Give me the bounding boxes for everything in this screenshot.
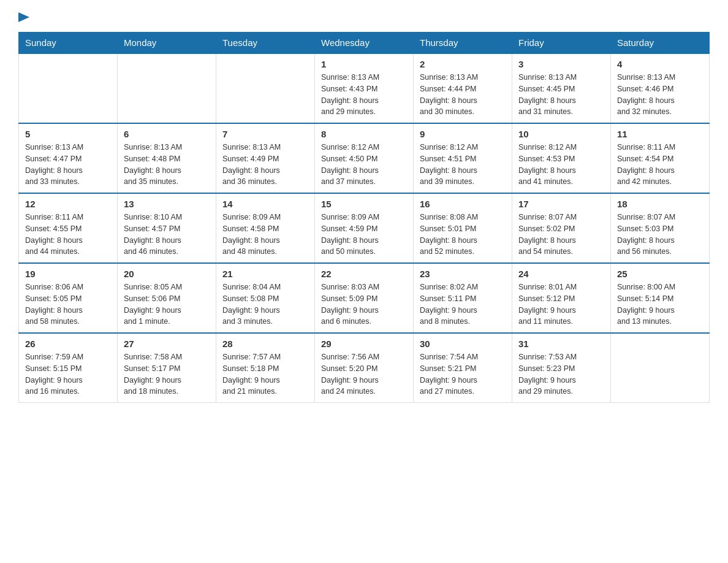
calendar-cell: [611, 333, 710, 403]
day-number: 24: [518, 269, 604, 279]
day-info: Sunrise: 8:02 AMSunset: 5:11 PMDaylight:…: [420, 282, 506, 327]
calendar-cell: 24Sunrise: 8:01 AMSunset: 5:12 PMDayligh…: [512, 263, 611, 333]
calendar-cell: [118, 53, 216, 123]
day-info: Sunrise: 8:13 AMSunset: 4:49 PMDaylight:…: [222, 142, 308, 188]
day-number: 30: [420, 339, 506, 349]
calendar-header-thursday: Thursday: [414, 33, 512, 54]
calendar-cell: 21Sunrise: 8:04 AMSunset: 5:08 PMDayligh…: [216, 263, 315, 333]
day-info: Sunrise: 8:13 AMSunset: 4:44 PMDaylight:…: [420, 72, 506, 118]
day-info: Sunrise: 8:04 AMSunset: 5:08 PMDaylight:…: [222, 282, 308, 327]
day-number: 10: [518, 129, 604, 139]
calendar-cell: 17Sunrise: 8:07 AMSunset: 5:02 PMDayligh…: [512, 193, 611, 263]
day-info: Sunrise: 8:07 AMSunset: 5:03 PMDaylight:…: [617, 212, 703, 258]
day-info: Sunrise: 7:58 AMSunset: 5:17 PMDaylight:…: [124, 351, 210, 397]
day-info: Sunrise: 8:13 AMSunset: 4:43 PMDaylight:…: [321, 72, 407, 118]
day-info: Sunrise: 8:09 AMSunset: 4:59 PMDaylight:…: [321, 212, 407, 258]
page-header: [18, 12, 710, 26]
calendar-cell: 11Sunrise: 8:11 AMSunset: 4:54 PMDayligh…: [611, 123, 710, 193]
day-number: 3: [518, 59, 604, 69]
calendar-cell: 5Sunrise: 8:13 AMSunset: 4:47 PMDaylight…: [19, 123, 118, 193]
logo-flag-icon: [18, 12, 29, 26]
day-number: 31: [518, 339, 604, 349]
day-info: Sunrise: 8:09 AMSunset: 4:58 PMDaylight:…: [222, 212, 308, 258]
day-info: Sunrise: 7:56 AMSunset: 5:20 PMDaylight:…: [321, 351, 407, 397]
day-number: 16: [420, 199, 506, 209]
calendar-cell: 23Sunrise: 8:02 AMSunset: 5:11 PMDayligh…: [414, 263, 512, 333]
calendar-cell: 19Sunrise: 8:06 AMSunset: 5:05 PMDayligh…: [19, 263, 118, 333]
day-number: 7: [222, 129, 308, 139]
day-number: 18: [617, 199, 703, 209]
day-info: Sunrise: 8:12 AMSunset: 4:53 PMDaylight:…: [518, 142, 604, 188]
day-number: 11: [617, 129, 703, 139]
calendar-header-saturday: Saturday: [611, 33, 710, 54]
day-info: Sunrise: 8:11 AMSunset: 4:55 PMDaylight:…: [25, 212, 111, 258]
calendar-cell: 22Sunrise: 8:03 AMSunset: 5:09 PMDayligh…: [315, 263, 414, 333]
day-number: 4: [617, 59, 703, 69]
day-info: Sunrise: 8:05 AMSunset: 5:06 PMDaylight:…: [124, 282, 210, 327]
day-number: 1: [321, 59, 407, 69]
day-number: 2: [420, 59, 506, 69]
day-info: Sunrise: 8:06 AMSunset: 5:05 PMDaylight:…: [25, 282, 111, 327]
day-number: 15: [321, 199, 407, 209]
day-info: Sunrise: 8:08 AMSunset: 5:01 PMDaylight:…: [420, 212, 506, 258]
calendar-cell: 8Sunrise: 8:12 AMSunset: 4:50 PMDaylight…: [315, 123, 414, 193]
day-number: 19: [25, 269, 111, 279]
day-info: Sunrise: 7:57 AMSunset: 5:18 PMDaylight:…: [222, 351, 308, 397]
calendar-table: SundayMondayTuesdayWednesdayThursdayFrid…: [18, 32, 710, 403]
day-number: 25: [617, 269, 703, 279]
day-info: Sunrise: 7:53 AMSunset: 5:23 PMDaylight:…: [518, 351, 604, 397]
calendar-cell: [19, 53, 118, 123]
day-number: 14: [222, 199, 308, 209]
calendar-header-monday: Monday: [118, 33, 216, 54]
day-info: Sunrise: 8:11 AMSunset: 4:54 PMDaylight:…: [617, 142, 703, 188]
calendar-header-sunday: Sunday: [19, 33, 118, 54]
calendar-cell: 26Sunrise: 7:59 AMSunset: 5:15 PMDayligh…: [19, 333, 118, 403]
calendar-cell: 28Sunrise: 7:57 AMSunset: 5:18 PMDayligh…: [216, 333, 315, 403]
day-number: 21: [222, 269, 308, 279]
calendar-header-tuesday: Tuesday: [216, 33, 315, 54]
day-number: 5: [25, 129, 111, 139]
svg-marker-0: [18, 12, 29, 22]
day-number: 13: [124, 199, 210, 209]
calendar-cell: 18Sunrise: 8:07 AMSunset: 5:03 PMDayligh…: [611, 193, 710, 263]
day-info: Sunrise: 8:01 AMSunset: 5:12 PMDaylight:…: [518, 282, 604, 327]
day-info: Sunrise: 8:13 AMSunset: 4:46 PMDaylight:…: [617, 72, 703, 118]
calendar-cell: 29Sunrise: 7:56 AMSunset: 5:20 PMDayligh…: [315, 333, 414, 403]
calendar-cell: 30Sunrise: 7:54 AMSunset: 5:21 PMDayligh…: [414, 333, 512, 403]
day-number: 28: [222, 339, 308, 349]
calendar-cell: 1Sunrise: 8:13 AMSunset: 4:43 PMDaylight…: [315, 53, 414, 123]
calendar-cell: 16Sunrise: 8:08 AMSunset: 5:01 PMDayligh…: [414, 193, 512, 263]
calendar-header-friday: Friday: [512, 33, 611, 54]
day-info: Sunrise: 8:00 AMSunset: 5:14 PMDaylight:…: [617, 282, 703, 327]
calendar-cell: 9Sunrise: 8:12 AMSunset: 4:51 PMDaylight…: [414, 123, 512, 193]
day-info: Sunrise: 8:13 AMSunset: 4:45 PMDaylight:…: [518, 72, 604, 118]
logo: [18, 12, 29, 26]
calendar-cell: 10Sunrise: 8:12 AMSunset: 4:53 PMDayligh…: [512, 123, 611, 193]
day-info: Sunrise: 8:12 AMSunset: 4:50 PMDaylight:…: [321, 142, 407, 188]
day-info: Sunrise: 7:59 AMSunset: 5:15 PMDaylight:…: [25, 351, 111, 397]
day-number: 23: [420, 269, 506, 279]
calendar-cell: 27Sunrise: 7:58 AMSunset: 5:17 PMDayligh…: [118, 333, 216, 403]
calendar-cell: 31Sunrise: 7:53 AMSunset: 5:23 PMDayligh…: [512, 333, 611, 403]
calendar-cell: 3Sunrise: 8:13 AMSunset: 4:45 PMDaylight…: [512, 53, 611, 123]
calendar-cell: 15Sunrise: 8:09 AMSunset: 4:59 PMDayligh…: [315, 193, 414, 263]
calendar-week-row: 26Sunrise: 7:59 AMSunset: 5:15 PMDayligh…: [19, 333, 710, 403]
calendar-week-row: 19Sunrise: 8:06 AMSunset: 5:05 PMDayligh…: [19, 263, 710, 333]
day-info: Sunrise: 8:13 AMSunset: 4:47 PMDaylight:…: [25, 142, 111, 188]
day-info: Sunrise: 8:12 AMSunset: 4:51 PMDaylight:…: [420, 142, 506, 188]
day-number: 8: [321, 129, 407, 139]
calendar-header-wednesday: Wednesday: [315, 33, 414, 54]
calendar-cell: 13Sunrise: 8:10 AMSunset: 4:57 PMDayligh…: [118, 193, 216, 263]
day-number: 27: [124, 339, 210, 349]
calendar-cell: 14Sunrise: 8:09 AMSunset: 4:58 PMDayligh…: [216, 193, 315, 263]
calendar-cell: [216, 53, 315, 123]
day-number: 20: [124, 269, 210, 279]
day-number: 9: [420, 129, 506, 139]
calendar-cell: 20Sunrise: 8:05 AMSunset: 5:06 PMDayligh…: [118, 263, 216, 333]
day-info: Sunrise: 8:10 AMSunset: 4:57 PMDaylight:…: [124, 212, 210, 258]
calendar-cell: 25Sunrise: 8:00 AMSunset: 5:14 PMDayligh…: [611, 263, 710, 333]
calendar-header-row: SundayMondayTuesdayWednesdayThursdayFrid…: [19, 33, 710, 54]
day-info: Sunrise: 7:54 AMSunset: 5:21 PMDaylight:…: [420, 351, 506, 397]
calendar-cell: 2Sunrise: 8:13 AMSunset: 4:44 PMDaylight…: [414, 53, 512, 123]
day-number: 22: [321, 269, 407, 279]
